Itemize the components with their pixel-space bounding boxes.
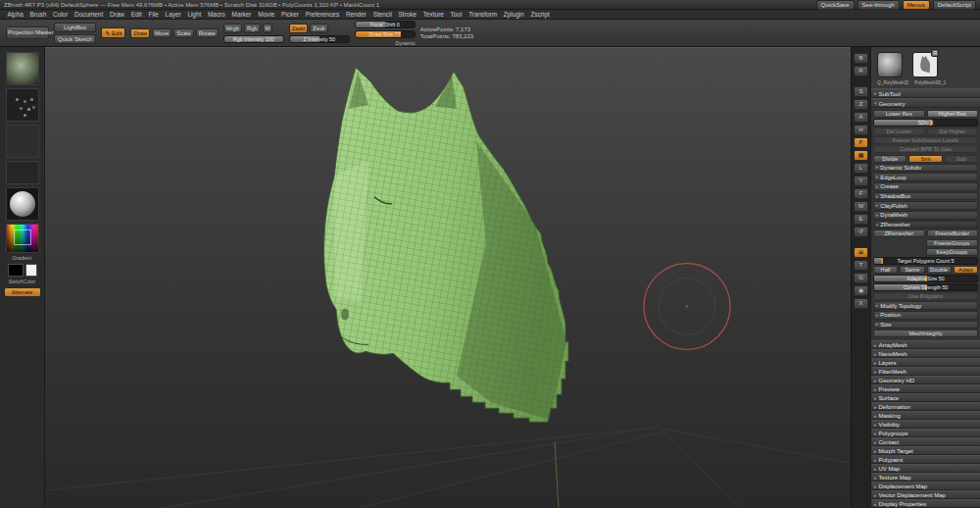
freezeborder-button[interactable]: FreezeBorder (927, 229, 979, 237)
freezegroups-button[interactable]: FreezeGroups (926, 239, 979, 247)
gradient-label[interactable]: Gradient (13, 256, 32, 261)
sub-button[interactable]: Sub (945, 155, 978, 163)
arraymesh-section-header[interactable]: ▸ArrayMesh (871, 340, 980, 349)
mrgb-button[interactable]: Mrgb (223, 24, 242, 33)
zoom-button[interactable]: Z (854, 99, 868, 110)
menu-file[interactable]: File (145, 10, 162, 20)
transp-button[interactable]: T (854, 260, 868, 271)
polygroups-section-header[interactable]: ▸Polygroups (871, 429, 980, 437)
del-lower-button[interactable]: Del Lower (873, 127, 925, 135)
adapt-button[interactable]: Adapt (954, 266, 978, 274)
xpose-button[interactable]: X (854, 298, 868, 309)
see-through-button[interactable]: See-through (858, 0, 900, 10)
morph-target-section-header[interactable]: ▸Morph Target (871, 446, 980, 455)
meshintegrity-button[interactable]: MeshIntegrity (873, 330, 978, 337)
menus-button[interactable]: Menus (903, 0, 930, 10)
adaptivesize-50-slider[interactable]: AdaptiveSize 50 (873, 275, 978, 282)
menu-transform[interactable]: Transform (466, 10, 501, 20)
color-picker[interactable] (6, 224, 39, 253)
focal-shift-slider[interactable]: Focal Shift 0 (355, 21, 416, 28)
render-button[interactable]: R (854, 66, 868, 76)
menu-picker[interactable]: Picker (278, 10, 303, 20)
alpha-selector[interactable] (6, 125, 39, 158)
menu-brush[interactable]: Brush (26, 10, 49, 20)
current-tool-thumb[interactable]: R (912, 52, 938, 77)
actual-button[interactable]: A (854, 112, 868, 123)
preview-section-header[interactable]: ▸Preview (871, 384, 980, 393)
zremesher-button[interactable]: ZRemesher (873, 229, 925, 237)
sdiv-3-slider[interactable]: SDiv 3 (873, 119, 978, 127)
keepgroups-button[interactable]: KeepGroups (926, 248, 979, 256)
move-button[interactable]: Move (152, 28, 172, 38)
menu-stroke[interactable]: Stroke (395, 10, 419, 20)
draw-size-slider[interactable]: Draw Size 77 (355, 30, 416, 38)
vector-displacement-map-section-header[interactable]: ▸Vector Displacement Map (871, 490, 980, 499)
main-color-swatch[interactable] (8, 264, 24, 277)
zremesher-header[interactable]: ▾ZRemesher (873, 221, 978, 229)
dynamic-label[interactable]: Dynamic (355, 40, 416, 46)
geometry-hd-section-header[interactable]: ▸Geometry HD (871, 376, 980, 384)
rotate-button[interactable]: Rotate (196, 28, 219, 38)
uv-map-section-header[interactable]: ▸UV Map (871, 464, 980, 473)
rgb-button[interactable]: Rgb (244, 24, 261, 33)
scale-button[interactable]: Scale (173, 28, 194, 38)
alternate-button[interactable]: Alternate (4, 287, 41, 297)
draw-button[interactable]: Draw (130, 28, 150, 38)
menu-light[interactable]: Light (184, 10, 205, 20)
z-intensity-slider[interactable]: Z Intensity 50 (289, 35, 350, 43)
brush-selector[interactable] (6, 52, 39, 85)
divide-button[interactable]: Divide (873, 155, 906, 163)
same-button[interactable]: Same (900, 266, 924, 274)
geometry-section-header[interactable]: ▾ Geometry (871, 98, 980, 108)
switch-color[interactable] (8, 264, 37, 277)
surface-section-header[interactable]: ▸Surface (871, 393, 980, 402)
switchcolor-label[interactable]: SwitchColor (9, 279, 36, 284)
menu-edit[interactable]: Edit (127, 10, 145, 20)
use-polypaint-button[interactable]: Use Polypaint (873, 292, 978, 300)
bpr-render-button[interactable]: B (854, 53, 868, 64)
persp-button[interactable]: P (854, 137, 868, 148)
display-properties-section-header[interactable]: ▸Display Properties (871, 499, 980, 508)
horse-head-model[interactable] (324, 68, 568, 422)
nanomesh-section-header[interactable]: ▸NanoMesh (871, 349, 980, 358)
fibermesh-section-header[interactable]: ▸FiberMesh (871, 367, 980, 376)
crease-header[interactable]: ▸Crease (873, 182, 978, 191)
half-button[interactable]: Half (873, 266, 898, 274)
polyframe-button[interactable]: ⊞ (854, 247, 868, 258)
texture-selector[interactable] (6, 161, 39, 184)
menu-render[interactable]: Render (342, 10, 369, 20)
projection-master-button[interactable]: Projection Master (6, 26, 49, 39)
aahalf-button[interactable]: H (854, 125, 868, 135)
frame-button[interactable]: F (854, 188, 868, 199)
size-header[interactable]: ▸Size (873, 321, 978, 330)
menu-texture[interactable]: Texture (419, 10, 447, 20)
edgeloop-header[interactable]: ▸EdgeLoop (873, 173, 978, 181)
shadowbox-header[interactable]: ▸ShadowBox (873, 192, 978, 201)
smt-button[interactable]: Smt (908, 155, 942, 163)
secondary-color-swatch[interactable] (25, 264, 37, 277)
menu-zplugin[interactable]: Zplugin (500, 10, 527, 20)
recent-tool-thumb[interactable] (877, 52, 903, 77)
del-higher-button[interactable]: Del Higher (927, 127, 979, 135)
menu-color[interactable]: Color (50, 10, 72, 20)
layers-section-header[interactable]: ▸Layers (871, 358, 980, 367)
menu-marker[interactable]: Marker (228, 10, 255, 20)
rotate-button[interactable]: ↺ (854, 227, 868, 237)
dynamesh-header[interactable]: ▸DynaMesh (873, 211, 978, 220)
menu-alpha[interactable]: Alpha (4, 10, 26, 20)
target-polygons-count-5-slider[interactable]: Target Polygons Count 5 (873, 257, 978, 265)
quick-sketch-button[interactable]: Quick Sketch (54, 34, 96, 44)
menu-tool[interactable]: Tool (447, 10, 466, 20)
contact-section-header[interactable]: ▸Contact (871, 437, 980, 446)
curves-strength-50-slider[interactable]: Curves Strength 50 (873, 283, 978, 291)
modify-topology-header[interactable]: ▸Modify Topology (873, 301, 978, 310)
menu-preferences[interactable]: Preferences (302, 10, 342, 20)
masking-section-header[interactable]: ▸Masking (871, 411, 980, 420)
higher-res-button[interactable]: Higher Res (927, 110, 979, 118)
lower-res-button[interactable]: Lower Res (873, 110, 925, 118)
viewport-3d[interactable] (45, 47, 851, 508)
menu-zscript[interactable]: Zscript (527, 10, 553, 20)
subtool-section-header[interactable]: ▸ SubTool (871, 88, 980, 98)
texture-map-section-header[interactable]: ▸Texture Map (871, 473, 980, 482)
visibility-section-header[interactable]: ▸Visibility (871, 420, 980, 429)
